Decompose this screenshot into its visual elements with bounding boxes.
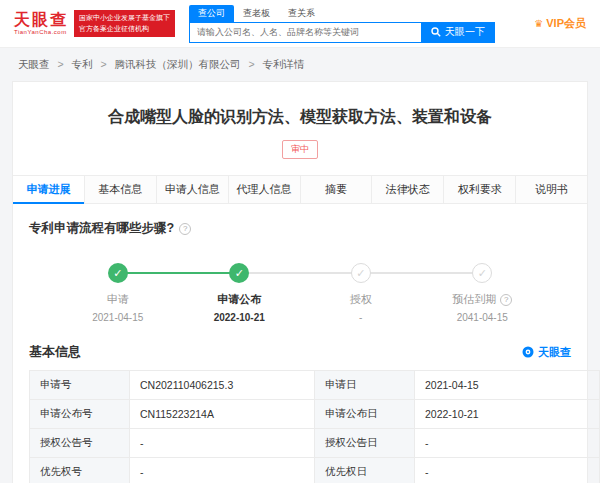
tianyancha-watermark: 天眼查 [522, 345, 571, 360]
field-value: - [130, 429, 315, 458]
field-value: 2021-04-15 [415, 371, 600, 400]
step-date: - [359, 312, 362, 323]
field-label: 申请号 [30, 371, 130, 400]
breadcrumb-separator: > [100, 58, 106, 70]
step-label: 预估到期 [452, 292, 496, 307]
breadcrumb-company[interactable]: 腾讯科技（深圳）有限公司 [114, 58, 240, 70]
step-label: 申请 [107, 292, 129, 307]
tianyancha-logo[interactable]: 天眼查 TianYanCha.com [14, 11, 68, 35]
field-value: 2022-10-21 [415, 400, 600, 429]
tianyancha-logo-icon [522, 346, 534, 358]
patent-detail-card: 合成嘴型人脸的识别方法、模型获取方法、装置和设备 审中 申请进展 基本信息 申请… [12, 81, 588, 483]
tab-claims[interactable]: 权利要求 [444, 176, 516, 203]
check-icon: ✓ [472, 263, 492, 283]
search-button[interactable]: 天眼一下 [421, 22, 495, 43]
field-label: 优先权号 [30, 458, 130, 483]
official-ribbon-badge: 国家中小企业发展子基金旗下 官方备案企业征信机构 [74, 10, 175, 36]
detail-tabbar: 申请进展 基本信息 申请人信息 代理人信息 摘要 法律状态 权利要求 说明书 [13, 175, 587, 204]
field-label: 授权公告号 [30, 429, 130, 458]
tab-application-progress[interactable]: 申请进展 [13, 176, 85, 203]
field-value: - [130, 458, 315, 483]
field-label: 申请公布号 [30, 400, 130, 429]
step-date: 2021-04-15 [92, 312, 143, 323]
ribbon-line2: 官方备案企业征信机构 [79, 24, 170, 34]
field-label: 申请日 [315, 371, 415, 400]
basic-info-table: 申请号 CN202110406215.3 申请日 2021-04-15 申请公布… [29, 370, 600, 483]
basic-info-header: 基本信息 天眼查 [29, 343, 571, 361]
tab-abstract[interactable]: 摘要 [301, 176, 373, 203]
search-button-label: 天眼一下 [445, 25, 485, 39]
step-date: 2041-04-15 [457, 312, 508, 323]
top-bar: 天眼查 TianYanCha.com 国家中小企业发展子基金旗下 官方备案企业征… [0, 0, 600, 48]
logo-title: 天眼查 [14, 11, 68, 29]
search-block: 查公司 查老板 查关系 天眼一下 [189, 5, 495, 43]
tab-content: 专利申请流程有哪些步骤? ? ✓ 申请 2021-04-15 ✓ 申请公布 20… [13, 204, 587, 483]
process-question-heading: 专利申请流程有哪些步骤? ? [29, 220, 571, 237]
field-value: - [415, 429, 600, 458]
logo-subtitle: TianYanCha.com [14, 29, 68, 36]
tab-basic-info[interactable]: 基本信息 [85, 176, 157, 203]
search-tabs: 查公司 查老板 查关系 [189, 5, 495, 22]
status-badge: 审中 [282, 140, 318, 159]
step-grant: ✓ 授权 - [300, 263, 422, 323]
process-question-text: 专利申请流程有哪些步骤? [29, 220, 174, 237]
search-input[interactable] [189, 22, 421, 43]
breadcrumb: 天眼查 > 专利 > 腾讯科技（深圳）有限公司 > 专利详情 [0, 48, 600, 81]
field-label: 申请公布日 [315, 400, 415, 429]
step-date: 2022-10-21 [214, 312, 265, 323]
table-row: 申请号 CN202110406215.3 申请日 2021-04-15 [30, 371, 600, 400]
patent-title: 合成嘴型人脸的识别方法、模型获取方法、装置和设备 [13, 82, 587, 140]
tab-applicant-info[interactable]: 申请人信息 [157, 176, 229, 203]
ribbon-line1: 国家中小企业发展子基金旗下 [79, 13, 170, 23]
field-value: - [415, 458, 600, 483]
breadcrumb-current: 专利详情 [262, 58, 304, 70]
search-tab-company[interactable]: 查公司 [189, 5, 234, 22]
breadcrumb-separator: > [57, 58, 63, 70]
step-estimated-expiry: ✓ 预估到期 ? 2041-04-15 [422, 263, 544, 323]
watermark-label: 天眼查 [538, 345, 571, 360]
step-publication: ✓ 申请公布 2022-10-21 [179, 263, 301, 323]
check-icon: ✓ [351, 263, 371, 283]
help-icon[interactable]: ? [500, 294, 512, 306]
search-icon [431, 27, 441, 37]
field-label: 授权公告日 [315, 429, 415, 458]
check-icon: ✓ [229, 263, 249, 283]
field-label: 优先权日 [315, 458, 415, 483]
breadcrumb-separator: > [248, 58, 254, 70]
basic-info-title: 基本信息 [29, 343, 81, 361]
vip-label: VIP会员 [546, 16, 586, 31]
field-value: CN202110406215.3 [130, 371, 315, 400]
progress-stepper: ✓ 申请 2021-04-15 ✓ 申请公布 2022-10-21 ✓ 授权 -… [57, 263, 543, 323]
table-row: 申请公布号 CN115223214A 申请公布日 2022-10-21 [30, 400, 600, 429]
field-value: CN115223214A [130, 400, 315, 429]
breadcrumb-home[interactable]: 天眼查 [18, 58, 50, 70]
tab-agent-info[interactable]: 代理人信息 [229, 176, 301, 203]
help-icon[interactable]: ? [179, 223, 191, 235]
search-tab-boss[interactable]: 查老板 [234, 5, 279, 22]
crown-icon: ♛ [534, 18, 543, 29]
search-tab-relation[interactable]: 查关系 [279, 5, 324, 22]
check-icon: ✓ [108, 263, 128, 283]
tab-legal-status[interactable]: 法律状态 [372, 176, 444, 203]
tab-description[interactable]: 说明书 [516, 176, 587, 203]
step-application: ✓ 申请 2021-04-15 [57, 263, 179, 323]
step-label: 授权 [350, 292, 372, 307]
breadcrumb-patent[interactable]: 专利 [71, 58, 92, 70]
step-label: 申请公布 [217, 292, 261, 307]
table-row: 优先权号 - 优先权日 - [30, 458, 600, 483]
vip-link[interactable]: ♛ VIP会员 [534, 16, 586, 31]
table-row: 授权公告号 - 授权公告日 - [30, 429, 600, 458]
